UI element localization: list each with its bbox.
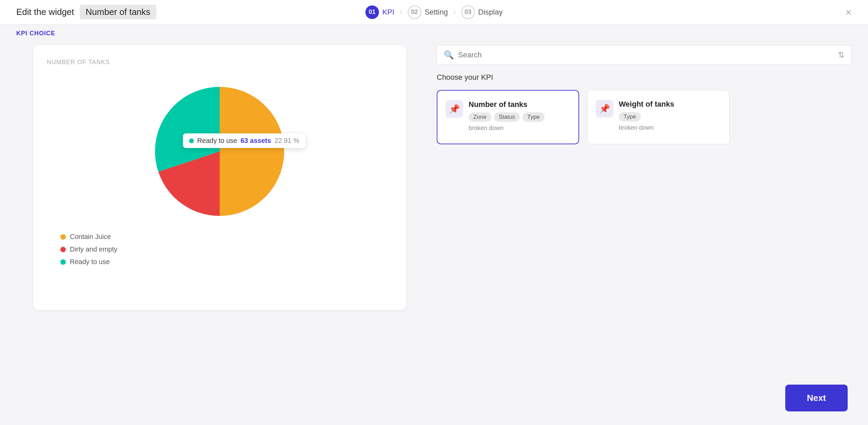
kpi-tag-zone: Zone bbox=[469, 112, 491, 122]
sort-icon[interactable]: ⇅ bbox=[838, 50, 845, 60]
step-sep-2: › bbox=[453, 8, 456, 17]
tooltip-assets: 63 assets bbox=[240, 137, 271, 145]
kpi-pin-icon-0: 📌 bbox=[449, 104, 460, 114]
step-label-setting: Setting bbox=[425, 8, 448, 17]
edit-widget-label: Edit the widget bbox=[16, 7, 74, 17]
step-setting: 02 Setting bbox=[408, 5, 448, 19]
step-label-kpi: KPI bbox=[382, 8, 394, 17]
step-kpi: 01 KPI bbox=[366, 5, 394, 19]
kpi-card-title-0: Number of tanks bbox=[469, 100, 569, 109]
step-sep-1: › bbox=[400, 8, 402, 17]
chart-container: Ready to use 63 assets 22.91 % Contain J… bbox=[47, 77, 393, 266]
kpi-card-weight-of-tanks[interactable]: 📌 Weight of tanks Type broken down bbox=[587, 90, 730, 144]
tooltip-pct: 22.91 % bbox=[275, 137, 299, 145]
section-label: KPI CHOICE bbox=[0, 24, 868, 37]
tooltip-label: Ready to use bbox=[197, 137, 237, 145]
tooltip-dot bbox=[189, 138, 194, 143]
next-button[interactable]: Next bbox=[785, 385, 848, 411]
close-button[interactable]: × bbox=[845, 7, 852, 18]
kpi-broken-down-1: broken down bbox=[619, 124, 720, 131]
legend-dot-1 bbox=[60, 247, 66, 252]
kpi-icon-wrap-1: 📌 bbox=[596, 100, 613, 117]
stepper: 01 KPI › 02 Setting › 03 Display bbox=[366, 5, 503, 19]
widget-name-badge: Number of tanks bbox=[80, 5, 157, 19]
header: Edit the widget Number of tanks 01 KPI ›… bbox=[0, 0, 868, 24]
legend-dot-0 bbox=[60, 234, 66, 240]
legend-item-1: Dirty and empty bbox=[60, 245, 393, 253]
search-icon: 🔍 bbox=[444, 50, 454, 60]
preview-title: NUMBER OF TANKS bbox=[47, 59, 393, 66]
step-display: 03 Display bbox=[461, 5, 502, 19]
kpi-panel: 🔍 ⇅ Choose your KPI 📌 Number of tanks Zo… bbox=[437, 45, 852, 425]
legend: Contain Juice Dirty and empty Ready to u… bbox=[47, 233, 393, 266]
step-circle-02: 02 bbox=[408, 5, 421, 19]
kpi-cards: 📌 Number of tanks Zone Status Type broke… bbox=[437, 90, 852, 144]
legend-item-0: Contain Juice bbox=[60, 233, 393, 241]
kpi-tags-1: Type bbox=[619, 112, 720, 122]
kpi-icon-wrap-0: 📌 bbox=[446, 100, 463, 118]
kpi-tag-type-1: Type bbox=[619, 112, 641, 122]
pie-chart bbox=[145, 77, 294, 226]
search-input[interactable] bbox=[458, 51, 834, 59]
step-label-display: Display bbox=[478, 8, 502, 17]
legend-label-2: Ready to use bbox=[70, 258, 110, 266]
search-bar: 🔍 ⇅ bbox=[437, 45, 852, 65]
kpi-card-title-1: Weight of tanks bbox=[619, 100, 720, 109]
kpi-pin-icon-1: 📌 bbox=[599, 104, 610, 114]
header-left: Edit the widget Number of tanks bbox=[16, 5, 156, 19]
legend-item-2: Ready to use bbox=[60, 258, 393, 266]
step-circle-03: 03 bbox=[461, 5, 475, 19]
kpi-tag-status: Status bbox=[494, 112, 520, 122]
preview-panel: NUMBER OF TANKS bbox=[16, 45, 423, 425]
legend-dot-2 bbox=[60, 259, 66, 265]
legend-label-0: Contain Juice bbox=[70, 233, 111, 241]
pie-wrapper: Ready to use 63 assets 22.91 % bbox=[145, 77, 294, 226]
legend-label-1: Dirty and empty bbox=[70, 245, 117, 253]
chart-tooltip: Ready to use 63 assets 22.91 % bbox=[183, 133, 305, 148]
kpi-tag-type: Type bbox=[522, 112, 545, 122]
main-content: NUMBER OF TANKS bbox=[0, 37, 868, 425]
kpi-card-content-1: Weight of tanks Type broken down bbox=[619, 100, 720, 134]
preview-card: NUMBER OF TANKS bbox=[33, 45, 406, 310]
kpi-card-number-of-tanks[interactable]: 📌 Number of tanks Zone Status Type broke… bbox=[437, 90, 579, 144]
kpi-tags-0: Zone Status Type bbox=[469, 112, 569, 122]
kpi-broken-down-0: broken down bbox=[469, 125, 569, 132]
step-circle-01: 01 bbox=[366, 5, 379, 19]
choose-kpi-label: Choose your KPI bbox=[437, 73, 852, 82]
kpi-card-content-0: Number of tanks Zone Status Type broken … bbox=[469, 100, 569, 134]
